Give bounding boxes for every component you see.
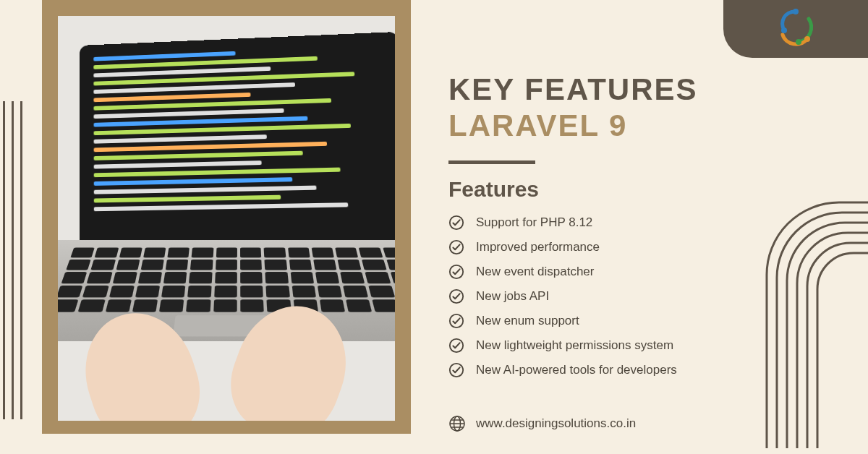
heading-line2: LARAVEL 9	[448, 108, 825, 143]
feature-item: Support for PHP 8.12	[448, 215, 825, 231]
feature-text: New lightweight permissions system	[476, 338, 673, 353]
feature-item: Improved performance	[448, 239, 825, 255]
feature-item: New enum support	[448, 313, 825, 329]
website-url: www.designingsolutions.co.in	[476, 416, 636, 431]
brand-logo-icon	[774, 6, 817, 52]
check-circle-icon	[448, 288, 464, 304]
svg-point-2	[804, 36, 810, 42]
svg-point-1	[796, 39, 801, 45]
feature-item: New lightweight permissions system	[448, 338, 825, 354]
laptop-photo	[58, 16, 395, 421]
feature-item: New jobs API	[448, 288, 825, 304]
feature-text: New jobs API	[476, 289, 549, 304]
feature-item: New event dispatcher	[448, 264, 825, 280]
features-subheading: Features	[448, 177, 825, 202]
website-footer: www.designingsolutions.co.in	[448, 415, 636, 432]
check-circle-icon	[448, 215, 464, 231]
feature-text: New AI-powered tools for developers	[476, 363, 677, 377]
content-column: KEY FEATURES LARAVEL 9 Features Support …	[448, 72, 825, 387]
svg-point-0	[781, 27, 787, 33]
feature-text: Support for PHP 8.12	[476, 215, 592, 230]
check-circle-icon	[448, 264, 464, 280]
check-circle-icon	[448, 313, 464, 329]
check-circle-icon	[448, 338, 464, 354]
features-list: Support for PHP 8.12Improved performance…	[448, 215, 825, 378]
brand-logo-pill	[723, 0, 868, 58]
svg-point-3	[793, 9, 799, 14]
heading-line1: KEY FEATURES	[448, 72, 825, 107]
feature-item: New AI-powered tools for developers	[448, 362, 825, 378]
left-stripe-decoration	[0, 101, 43, 419]
feature-text: New enum support	[476, 314, 579, 328]
feature-text: Improved performance	[476, 240, 600, 254]
feature-text: New event dispatcher	[476, 265, 594, 279]
check-circle-icon	[448, 362, 464, 378]
heading-divider	[448, 160, 535, 164]
globe-icon	[448, 415, 466, 432]
check-circle-icon	[448, 239, 464, 255]
